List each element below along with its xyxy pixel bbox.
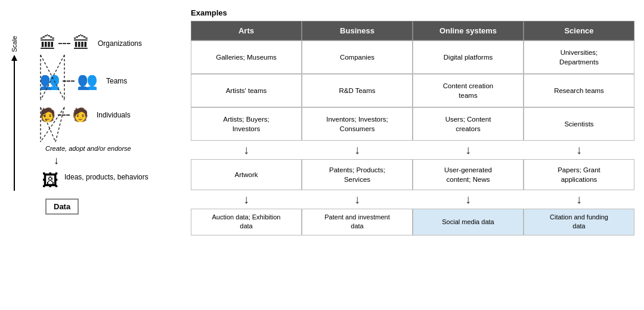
cell-online-org: Digital platforms [413, 41, 524, 74]
ideas-text: Ideas, products, behaviors [64, 172, 148, 182]
output-business: Patents; Products;Services [302, 159, 413, 190]
arrow-up-icon [11, 55, 17, 61]
arrow-online: ↓ [413, 142, 524, 158]
arrow-business-2: ↓ [302, 191, 413, 207]
cell-science-org: Universities;Departments [524, 41, 634, 74]
cell-arts-org: Galleries; Museums [191, 41, 302, 74]
down-arrow-icon: ↓ [54, 154, 131, 167]
org-dash [58, 43, 70, 44]
scale-label: Scale [11, 36, 18, 52]
teams-label: Teams [106, 77, 127, 85]
col-header-business: Business [302, 21, 413, 41]
cell-online-team: Content creationteams [413, 74, 524, 107]
arrow-online-2: ↓ [413, 191, 524, 207]
examples-label: Examples [191, 8, 634, 17]
cell-online-ind: Users; Contentcreators [413, 107, 524, 141]
cell-science-ind: Scientists [524, 107, 634, 141]
team-icon-right: 👥 [77, 71, 98, 91]
arrow-line [14, 61, 15, 191]
building-icon-left: 🏛 [39, 33, 56, 53]
arrow-science-2: ↓ [524, 191, 634, 207]
output-arts: Artwork [191, 159, 302, 190]
team-icon-left: 👥 [39, 71, 60, 91]
output-online: User-generatedcontent; News [413, 159, 524, 190]
body-row-2: Artists' teams R&D Teams Content creatio… [191, 74, 634, 107]
individual-dash [58, 114, 70, 116]
cell-science-team: Research teams [524, 74, 634, 107]
individuals-row: 🧑 🧑 Individuals [39, 107, 179, 123]
individual-icon-left: 🧑 [39, 107, 55, 123]
scale-arrow: Scale [11, 36, 18, 191]
data-science: Citation and fundingdata [524, 209, 634, 235]
output-science: Papers; Grantapplications [524, 159, 634, 190]
cell-business-ind: Inventors; Investors;Consumers [302, 107, 413, 141]
arrow-row-2: ↓ ↓ ↓ ↓ [191, 191, 634, 207]
org-row: 🏛 🏛 Organizations [39, 33, 179, 53]
column-headers: Arts Business Online systems Science [191, 21, 634, 41]
cell-arts-team: Artists' teams [191, 74, 302, 107]
cell-business-org: Companies [302, 41, 413, 74]
data-box: Data [45, 199, 79, 215]
building-icon-right: 🏛 [73, 33, 89, 53]
col-header-science: Science [524, 21, 634, 41]
individual-icon-right: 🧑 [72, 107, 88, 123]
body-row-1: Galleries; Museums Companies Digital pla… [191, 41, 634, 74]
left-panel: Scale 🏛 🏛 Organizations 👥 [0, 0, 185, 310]
data-online: Social media data [413, 209, 524, 235]
team-dash [63, 80, 75, 82]
data-business: Patent and investmentdata [302, 209, 413, 235]
data-arts: Auction data; Exhibitiondata [191, 209, 302, 235]
arrow-business: ↓ [302, 142, 413, 158]
arrow-arts-2: ↓ [191, 191, 302, 207]
cell-business-team: R&D Teams [302, 74, 413, 107]
ideas-row: 🖼 Ideas, products, behaviors [42, 170, 179, 190]
col-header-online: Online systems [413, 21, 524, 41]
create-label: Create, adopt and/or endorse [45, 144, 131, 153]
col-header-arts: Arts [191, 21, 302, 41]
data-row: Auction data; Exhibitiondata Patent and … [191, 209, 634, 235]
cell-arts-ind: Artists; Buyers;Investors [191, 107, 302, 141]
individuals-label: Individuals [97, 111, 131, 119]
ideas-icon: 🖼 [42, 170, 58, 190]
arrow-row: ↓ ↓ ↓ ↓ [191, 142, 634, 158]
teams-row: 👥 👥 Teams [39, 71, 179, 91]
org-label: Organizations [98, 39, 142, 48]
output-row: Artwork Patents; Products;Services User-… [191, 159, 634, 190]
body-row-3: Artists; Buyers;Investors Inventors; Inv… [191, 107, 634, 141]
arrow-science: ↓ [524, 142, 634, 158]
arrow-arts: ↓ [191, 142, 302, 158]
right-panel: Examples Arts Business Online systems Sc… [185, 0, 644, 310]
